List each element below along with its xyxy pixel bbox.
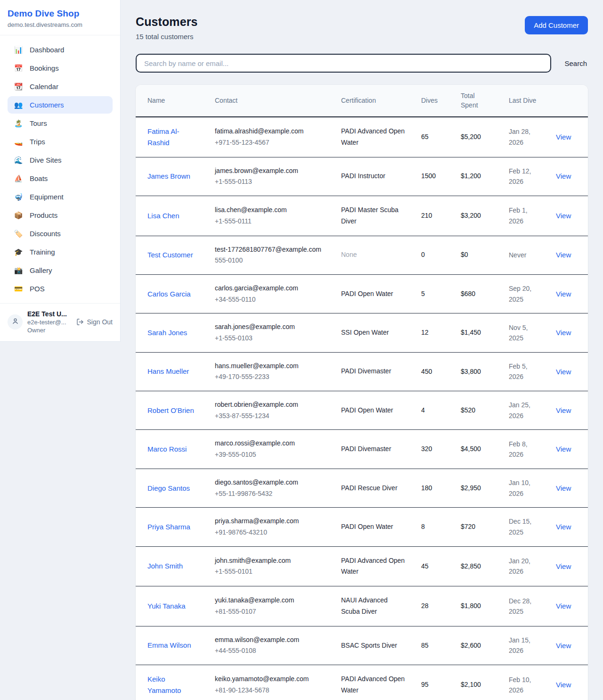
main-content: Customers 15 total customers Add Custome…	[121, 0, 603, 700]
sidebar-item-label: Dive Sites	[30, 156, 62, 164]
view-customer-link[interactable]: View	[556, 642, 571, 650]
sidebar-item-pos[interactable]: 💳 POS	[8, 280, 113, 297]
customer-name-link[interactable]: Marco Rossi	[147, 444, 187, 455]
table-row: Carlos Garcia carlos.garcia@example.com …	[136, 274, 588, 313]
page-header: Customers 15 total customers Add Custome…	[136, 15, 588, 41]
customer-name-link[interactable]: John Smith	[147, 560, 183, 572]
sidebar-item-equipment[interactable]: 🤿 Equipment	[8, 188, 113, 206]
boats-icon: ⛵	[13, 175, 24, 182]
customer-name-link[interactable]: Diego Santos	[147, 483, 190, 494]
sidebar-item-tours[interactable]: 🏝️ Tours	[8, 115, 113, 132]
column-header-name: Name	[136, 85, 207, 117]
customer-name-link[interactable]: Lisa Chen	[147, 210, 179, 222]
cell-last-dive: Jan 25, 2026	[501, 391, 548, 430]
cell-certification: PADI Open Water	[334, 391, 414, 430]
customer-phone: +91-98765-43210	[215, 527, 326, 538]
sidebar-item-gallery[interactable]: 📸 Gallery	[8, 262, 113, 279]
customer-email: hans.mueller@example.com	[215, 361, 326, 371]
sidebar-item-products[interactable]: 📦 Products	[8, 206, 113, 224]
view-customer-link[interactable]: View	[556, 329, 571, 337]
view-customer-link[interactable]: View	[556, 562, 571, 570]
cell-certification: NAUI Advanced Scuba Diver	[334, 586, 414, 626]
customer-email: marco.rossi@example.com	[215, 438, 326, 449]
view-customer-link[interactable]: View	[556, 290, 571, 298]
customer-name-link[interactable]: James Brown	[147, 171, 190, 182]
cell-last-dive: Jan 20, 2026	[501, 546, 548, 586]
cell-certification: PADI Divemaster	[334, 430, 414, 469]
view-customer-link[interactable]: View	[556, 133, 571, 141]
column-header-actions	[548, 85, 588, 117]
customer-name-link[interactable]: Robert O'Brien	[147, 405, 194, 416]
customer-name-link[interactable]: Sarah Jones	[147, 327, 187, 338]
cell-name: Emma Wilson	[136, 626, 207, 665]
customer-name-link[interactable]: Hans Mueller	[147, 366, 189, 377]
cell-last-dive: Dec 28, 2025	[501, 586, 548, 626]
sidebar-item-dive-sites[interactable]: 🌊 Dive Sites	[8, 151, 113, 169]
customer-phone: +971-55-123-4567	[215, 138, 326, 148]
customer-name-link[interactable]: Carlos Garcia	[147, 288, 191, 300]
customer-name-link[interactable]: Emma Wilson	[147, 640, 191, 651]
sidebar-item-boats[interactable]: ⛵ Boats	[8, 170, 113, 187]
customer-certification: BSAC Sports Diver	[341, 640, 406, 651]
view-customer-link[interactable]: View	[556, 445, 571, 453]
cell-name: Marco Rossi	[136, 430, 207, 469]
view-customer-link[interactable]: View	[556, 681, 571, 689]
cell-action: View	[548, 236, 588, 274]
bookings-icon: 📅	[13, 65, 24, 72]
sidebar-header: Demo Dive Shop demo.test.divestreams.com	[0, 0, 120, 35]
sidebar-item-dashboard[interactable]: 📊 Dashboard	[8, 41, 113, 58]
cell-dives: 65	[414, 117, 453, 157]
sidebar-item-training[interactable]: 🎓 Training	[8, 243, 113, 261]
cell-action: View	[548, 196, 588, 236]
last-dive-date: Dec 15, 2025	[509, 516, 541, 537]
customer-certification: NAUI Advanced Scuba Diver	[341, 595, 406, 618]
shop-title: Demo Dive Shop	[8, 8, 113, 19]
cell-total-spent: $1,200	[453, 157, 501, 196]
cell-total-spent: $2,850	[453, 546, 501, 586]
customer-name-link[interactable]: Yuki Tanaka	[147, 601, 186, 612]
customer-name-link[interactable]: Priya Sharma	[147, 521, 190, 533]
table-row: Marco Rossi marco.rossi@example.com +39-…	[136, 430, 588, 469]
customer-phone: +1-555-0103	[215, 333, 326, 344]
sidebar-item-discounts[interactable]: 🏷️ Discounts	[8, 225, 113, 242]
cell-certification: PADI Advanced Open Water	[334, 665, 414, 700]
cell-action: View	[548, 546, 588, 586]
view-customer-link[interactable]: View	[556, 523, 571, 531]
cell-certification: None	[334, 236, 414, 274]
cell-last-dive: Feb 5, 2026	[501, 352, 548, 391]
search-button[interactable]: Search	[563, 56, 588, 71]
sidebar-item-bookings[interactable]: 📅 Bookings	[8, 59, 113, 77]
view-customer-link[interactable]: View	[556, 406, 571, 414]
customer-email: priya.sharma@example.com	[215, 516, 326, 527]
dive-sites-icon: 🌊	[13, 156, 24, 164]
view-customer-link[interactable]: View	[556, 602, 571, 610]
customer-phone: +1-555-0111	[215, 216, 326, 227]
pos-icon: 💳	[13, 285, 24, 292]
customer-name-link[interactable]: Fatima Al-Rashid	[147, 126, 200, 148]
customer-phone: +44-555-0108	[215, 646, 326, 656]
sign-out-button[interactable]: Sign Out	[76, 318, 113, 326]
sidebar-item-calendar[interactable]: 📆 Calendar	[8, 78, 113, 95]
search-input[interactable]	[136, 54, 551, 73]
sidebar-item-trips[interactable]: 🚤 Trips	[8, 133, 113, 150]
view-customer-link[interactable]: View	[556, 251, 571, 259]
cell-last-dive: Feb 1, 2026	[501, 196, 548, 236]
cell-name: Carlos Garcia	[136, 274, 207, 313]
cell-total-spent: $1,800	[453, 586, 501, 626]
customer-phone: +34-555-0110	[215, 295, 326, 305]
sidebar-item-customers[interactable]: 👥 Customers	[8, 96, 113, 114]
customer-email: lisa.chen@example.com	[215, 205, 326, 215]
column-header-dives: Dives	[414, 85, 453, 117]
cell-action: View	[548, 313, 588, 352]
page-header-text: Customers 15 total customers	[136, 15, 198, 41]
discounts-icon: 🏷️	[13, 230, 24, 237]
last-dive-date: Jan 20, 2026	[509, 556, 541, 577]
view-customer-link[interactable]: View	[556, 212, 571, 220]
customer-name-link[interactable]: Keiko Yamamoto	[147, 674, 200, 696]
add-customer-button[interactable]: Add Customer	[525, 16, 588, 34]
cell-last-dive: Nov 5, 2025	[501, 313, 548, 352]
customer-name-link[interactable]: Test Customer	[147, 249, 193, 261]
view-customer-link[interactable]: View	[556, 484, 571, 492]
view-customer-link[interactable]: View	[556, 368, 571, 376]
view-customer-link[interactable]: View	[556, 172, 571, 180]
